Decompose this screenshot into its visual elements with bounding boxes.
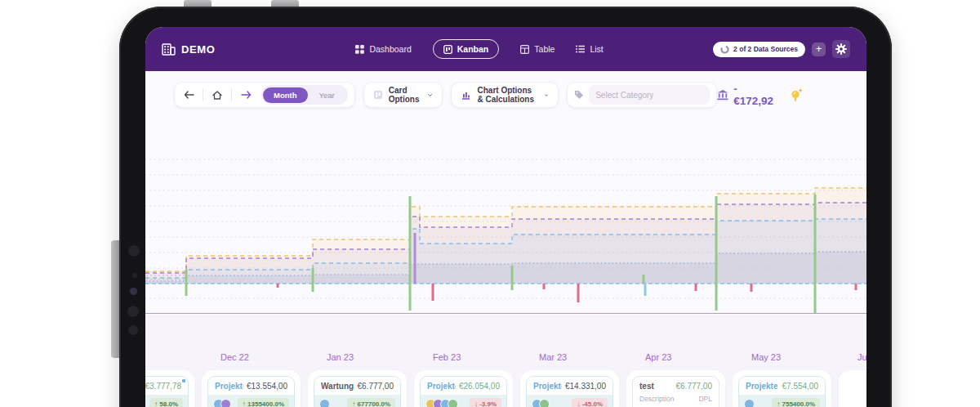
kanban-card-title: Projekte: [215, 382, 243, 391]
date-nav-group: Month Year: [174, 82, 355, 108]
nav-tab-label: Table: [534, 44, 555, 54]
toggle-month[interactable]: Month: [263, 87, 308, 103]
chart-icon: [461, 91, 470, 100]
kanban-card-value: €3.777,78: [145, 382, 181, 391]
balance-value: -€172,92: [733, 83, 773, 107]
select-category-input[interactable]: [589, 85, 710, 105]
kanban-column-label: [145, 352, 194, 363]
kanban-card-value: €6.777,00: [676, 382, 713, 391]
kanban-card-value: €13.554,00: [247, 382, 287, 391]
nav-tab-label: Kanban: [457, 44, 489, 54]
kanban-column-body: Wartungsver...€6.777,00↑ 677700.0%: [308, 370, 407, 407]
app-screen: DEMO Dashboard Kanban: [145, 27, 866, 407]
home-icon: [212, 91, 222, 100]
kanban-column-body: test€6.777,00DescriptionDPLInvoicedProje…: [626, 370, 725, 407]
avatar-group: [532, 399, 546, 407]
tablet-camera-dot: [128, 325, 138, 335]
kanban-card-footer: ↑ 755400.0%: [739, 395, 825, 407]
home-button[interactable]: [210, 91, 225, 100]
kanban-column-body: ed€3.777,78↑ 58.0%: [145, 370, 194, 407]
add-data-source-button[interactable]: +: [812, 42, 826, 56]
app-logo-text: DEMO: [181, 43, 215, 56]
kanban-card-value: €26.054,00: [459, 382, 500, 391]
data-sources-pill[interactable]: 2 of 2 Data Sources: [713, 42, 805, 57]
change-badge: ↑ 1355400.0%: [238, 398, 289, 407]
category-filter: [567, 82, 717, 108]
kanban-card-header: Projekte€26.054,00: [421, 377, 506, 395]
kanban-columns: ed€3.777,78↑ 58.0%Dec 22Projekte€13.554,…: [145, 352, 866, 407]
header-right-cluster: 2 of 2 Data Sources +: [713, 40, 850, 58]
next-period-button[interactable]: [238, 91, 253, 99]
kanban-card[interactable]: Projekte€14.331,00↓ -45.0%: [526, 376, 613, 407]
kanban-card-footer: ↑ 1355400.0%: [208, 395, 294, 407]
kanban-column: Jan 23Wartungsver...€6.777,00↑ 677700.0%: [308, 352, 407, 407]
kanban-card[interactable]: Projekte€13.554,00↑ 1355400.0%: [207, 376, 295, 407]
app-logo[interactable]: DEMO: [162, 43, 215, 56]
nav-tab-dashboard[interactable]: Dashboard: [355, 44, 411, 54]
tablet-camera-dot: [127, 306, 139, 317]
avatar[interactable]: [220, 399, 231, 407]
settings-button[interactable]: [832, 40, 850, 58]
kanban-card[interactable]: Projekte€7.554,00↑ 755400.0%: [738, 376, 826, 407]
avatar[interactable]: [744, 399, 755, 407]
nav-tab-table[interactable]: Table: [520, 44, 555, 54]
avatar-group: [744, 399, 751, 407]
kanban-card-description-row: DescriptionDPL: [633, 395, 719, 407]
card-options-label: Card Options: [389, 86, 422, 104]
kanban-column: Dec 22Projekte€13.554,00↑ 1355400.0%: [202, 352, 301, 407]
nav-tab-list[interactable]: List: [576, 44, 603, 54]
chevron-down-icon: [428, 93, 432, 97]
kanban-card-header: Projekte€7.554,00: [739, 377, 825, 395]
kanban-icon: [443, 45, 452, 54]
dashboard-icon: [355, 45, 364, 54]
period-toggle: Month Year: [261, 85, 348, 105]
kanban-card-footer: ↓ -45.0%: [527, 395, 612, 407]
avatar-group: [425, 399, 455, 407]
chart-options-label: Chart Options & Calculations: [477, 86, 537, 104]
kanban-card-title: Projekte: [427, 382, 456, 391]
kanban-card[interactable]: ed€3.777,78↑ 58.0%: [145, 376, 189, 407]
divider: [203, 88, 203, 101]
tablet-camera-dot: [128, 245, 140, 257]
card-options-dropdown[interactable]: Card Options: [363, 82, 443, 108]
kanban-card-header: Projekte€13.554,00: [208, 377, 294, 395]
avatar[interactable]: [539, 399, 550, 407]
kanban-card-value: €6.777,00: [358, 382, 394, 391]
kanban-board: ed€3.777,78↑ 58.0%Dec 22Projekte€13.554,…: [145, 315, 866, 407]
divider: [231, 88, 232, 101]
chart-options-dropdown[interactable]: Chart Options & Calculations: [451, 82, 559, 108]
change-badge: ↑ 755400.0%: [772, 398, 820, 407]
kanban-card-header: Projekte€14.331,00: [527, 377, 612, 395]
avatar[interactable]: [319, 399, 330, 407]
tablet-camera-dot: [130, 288, 137, 295]
chart-area: [145, 114, 866, 315]
kanban-column: May 23Projekte€7.554,00↑ 755400.0%: [733, 352, 831, 407]
arrow-right-icon: [241, 91, 252, 99]
kanban-card[interactable]: Projekte€26.054,00↓ -3.9%: [420, 376, 507, 407]
kanban-card[interactable]: Wartungsver...€6.777,00↑ 677700.0%: [314, 376, 401, 407]
kanban-column: Feb 23Projekte€26.054,00↓ -3.9%: [414, 352, 513, 407]
avatar[interactable]: [448, 399, 458, 407]
change-badge: ↓ -45.0%: [572, 398, 608, 407]
kanban-card-title: Projekte: [533, 382, 562, 391]
tag-icon: [574, 90, 584, 100]
notification-dot: [182, 379, 185, 382]
kanban-card-title: test: [639, 382, 654, 391]
change-badge: ↑ 677700.0%: [347, 398, 395, 407]
prev-period-button[interactable]: [181, 91, 196, 99]
lightbulb-icon[interactable]: [790, 88, 803, 102]
kanban-chart: [145, 114, 866, 315]
toggle-year[interactable]: Year: [308, 87, 346, 103]
kanban-card[interactable]: test€6.777,00DescriptionDPLInvoicedProje…: [632, 376, 719, 407]
kanban-column-body: Projekte€7.554,00↑ 755400.0%: [733, 370, 831, 407]
kanban-card-header: Wartungsver...€6.777,00: [314, 377, 400, 395]
app-header: DEMO Dashboard Kanban: [145, 27, 866, 71]
nav-tab-kanban[interactable]: Kanban: [433, 39, 500, 59]
kanban-column-label: Jan 23: [327, 352, 407, 363]
kanban-card-value: €7.554,00: [782, 382, 819, 391]
tablet-camera-dot: [132, 273, 137, 278]
avatar-group: [213, 399, 228, 407]
nav-tab-label: List: [590, 44, 603, 54]
kanban-column-body: Projekte€26.054,00↓ -3.9%: [414, 370, 513, 407]
kanban-column-label: Feb 23: [433, 352, 513, 363]
